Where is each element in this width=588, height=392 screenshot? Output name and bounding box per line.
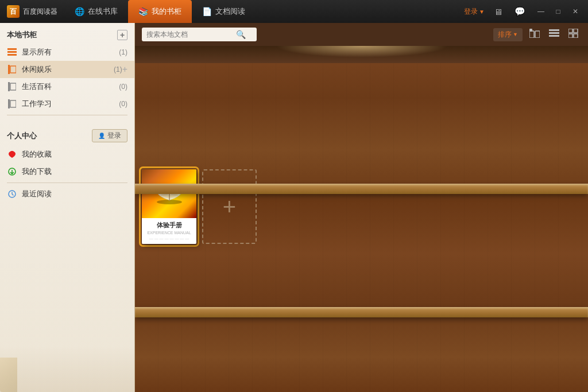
book-title-area: 体验手册 EXPERIENCE MANUAL — — — — — — — — (142, 218, 196, 244)
show-all-icon (7, 47, 17, 57)
personal-login-button[interactable]: 👤 登录 (92, 129, 127, 142)
add-book-button[interactable]: + (202, 169, 257, 244)
toolbar-right: 排序 ▼ (493, 28, 581, 41)
svg-rect-7 (8, 99, 10, 108)
sort-label: 排序 (498, 30, 512, 40)
search-box[interactable]: 🔍 (142, 28, 257, 41)
sidebar-item-leisure[interactable]: 休闲娱乐 (1) + (0, 61, 134, 78)
login-label: 登录 (464, 7, 478, 17)
leisure-label: 休闲娱乐 (22, 64, 111, 75)
show-all-count: (1) (119, 48, 127, 56)
tab-doc-reader-label: 文档阅读 (215, 6, 245, 17)
work-study-label: 工作学习 (22, 99, 117, 109)
book-experience-manual[interactable]: 体验手册 EXPERIENCE MANUAL — — — — — — — — (142, 169, 196, 244)
tab-my-bookshelf-label: 我的书柜 (152, 6, 181, 17)
sidebar-item-work-study[interactable]: 工作学习 (0) (0, 95, 134, 112)
book-extra-text: — — — — — — — — (149, 236, 189, 240)
favorites-icon (7, 149, 17, 160)
leisure-add-icon[interactable]: + (122, 64, 127, 75)
sort-arrow-icon: ▼ (513, 32, 518, 37)
search-icon[interactable]: 🔍 (236, 30, 246, 39)
downloads-icon (7, 166, 17, 177)
svg-rect-11 (529, 31, 534, 38)
book-cover: 体验手册 EXPERIENCE MANUAL — — — — — — — — (142, 169, 196, 244)
tab-online-library-label: 在线书库 (88, 6, 118, 17)
tab-online-library[interactable]: 🌐 在线书库 (64, 0, 128, 23)
sidebar-item-show-all[interactable]: 显示所有 (1) (0, 44, 134, 61)
section-divider (7, 115, 127, 115)
sidebar: 本地书柜 + 显示所有 (1) 休闲娱乐 (1) (0, 23, 135, 392)
view-list-button[interactable] (547, 28, 562, 41)
svg-point-21 (157, 200, 182, 204)
app-logo: 百 百度阅读器 (0, 5, 64, 18)
local-shelf-title: 本地书柜 (7, 30, 37, 40)
personal-title: 个人中心 (7, 131, 37, 141)
downloads-label: 我的下载 (22, 166, 127, 177)
svg-rect-13 (535, 31, 540, 38)
search-input[interactable] (146, 30, 233, 38)
leisure-icon (7, 64, 17, 75)
add-shelf-button[interactable]: + (117, 30, 127, 40)
monitor-icon-btn[interactable]: 🖥 (489, 3, 506, 20)
svg-rect-2 (7, 54, 17, 56)
life-wiki-count: (0) (119, 83, 127, 91)
show-all-label: 显示所有 (22, 47, 117, 57)
leisure-count: (1) (114, 65, 122, 73)
svg-rect-4 (10, 66, 16, 73)
view-grid-button[interactable] (566, 28, 581, 41)
bookshelf-area: 体验手册 EXPERIENCE MANUAL — — — — — — — — + (135, 46, 588, 392)
books-row-1: 体验手册 EXPERIENCE MANUAL — — — — — — — — + (142, 63, 581, 244)
message-icon-btn[interactable]: 💬 (511, 3, 528, 20)
maximize-button[interactable]: □ (550, 5, 566, 18)
ceiling-light (276, 46, 448, 57)
svg-rect-19 (568, 34, 572, 38)
tab-doc-reader[interactable]: 📄 文档阅读 (192, 0, 256, 23)
online-library-icon: 🌐 (75, 7, 84, 16)
svg-rect-0 (7, 48, 17, 50)
main-layout: 本地书柜 + 显示所有 (1) 休闲娱乐 (1) (0, 23, 588, 392)
svg-rect-14 (549, 29, 559, 31)
close-button[interactable]: ✕ (567, 5, 583, 18)
minimize-button[interactable]: — (533, 5, 549, 18)
shelf-1 (135, 184, 588, 194)
login-arrow-icon: ▼ (479, 9, 485, 15)
login-button[interactable]: 登录 ▼ (464, 7, 485, 17)
svg-rect-15 (549, 32, 559, 34)
svg-rect-6 (10, 83, 16, 90)
life-wiki-label: 生活百科 (22, 81, 117, 92)
tab-my-bookshelf[interactable]: 📚 我的书柜 (128, 0, 192, 23)
svg-rect-3 (8, 65, 10, 74)
sort-button[interactable]: 排序 ▼ (493, 28, 523, 41)
content-area: 🔍 排序 ▼ (135, 23, 588, 392)
recent-label: 最近阅读 (22, 189, 127, 199)
sidebar-item-life-wiki[interactable]: 生活百科 (0) (0, 78, 134, 95)
work-study-count: (0) (119, 100, 127, 108)
logo-icon: 百 (7, 5, 20, 18)
book-subtitle: EXPERIENCE MANUAL (147, 231, 191, 235)
personal-section: 个人中心 👤 登录 (0, 122, 134, 146)
doc-reader-icon: 📄 (202, 7, 212, 16)
content-toolbar: 🔍 排序 ▼ (135, 23, 588, 46)
sidebar-item-downloads[interactable]: 我的下载 (0, 163, 134, 180)
svg-rect-16 (549, 35, 559, 37)
add-book-icon: + (223, 194, 236, 220)
favorites-label: 我的收藏 (22, 149, 127, 160)
svg-rect-20 (574, 34, 578, 38)
titlebar: 百 百度阅读器 🌐 在线书库 📚 我的书柜 📄 文档阅读 登录 ▼ 🖥 💬 — … (0, 0, 588, 23)
ceiling (135, 46, 588, 63)
sidebar-item-recent[interactable]: 最近阅读 (0, 185, 134, 203)
shelf-2 (135, 307, 588, 317)
svg-rect-8 (10, 100, 16, 107)
svg-rect-18 (574, 29, 578, 33)
section-divider-2 (7, 183, 127, 183)
view-folder-button[interactable] (527, 28, 542, 41)
svg-rect-12 (529, 29, 532, 32)
book-title: 体验手册 (157, 221, 182, 230)
svg-rect-5 (8, 82, 10, 91)
life-wiki-icon (7, 81, 17, 92)
app-title: 百度阅读器 (23, 7, 57, 17)
svg-rect-1 (7, 51, 17, 53)
sidebar-item-favorites[interactable]: 我的收藏 (0, 146, 134, 163)
work-study-icon (7, 99, 17, 109)
my-bookshelf-icon: 📚 (138, 7, 148, 16)
